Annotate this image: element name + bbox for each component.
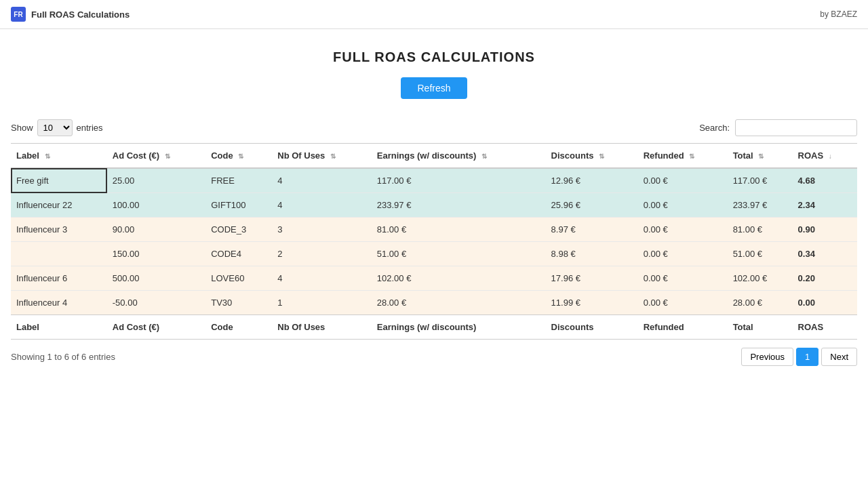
refunded-cell: 0.00 € xyxy=(638,193,728,218)
code-cell: LOVE60 xyxy=(205,266,272,291)
entries-select[interactable]: 10 25 50 100 xyxy=(37,119,73,136)
ad-cost-cell: 25.00 xyxy=(107,168,205,193)
sort-icon-label: ⇅ xyxy=(45,152,50,160)
ad-cost-cell: 90.00 xyxy=(107,218,205,242)
ad-cost-cell: 150.00 xyxy=(107,242,205,266)
label-cell: Influenceur 3 xyxy=(11,218,107,242)
roas-cell: 0.90 xyxy=(793,218,857,242)
discounts-cell: 8.98 € xyxy=(546,242,638,266)
page-1-button[interactable]: 1 xyxy=(796,348,818,366)
col-discounts[interactable]: Discounts ⇅ xyxy=(546,144,638,169)
sort-icon-roas: ↓ xyxy=(829,152,832,160)
footer-col-label: Label xyxy=(11,315,107,340)
total-cell: 28.00 € xyxy=(728,291,793,315)
roas-cell: 0.20 xyxy=(793,266,857,291)
discounts-cell: 11.99 € xyxy=(546,291,638,315)
search-label: Search: xyxy=(699,123,730,133)
refunded-cell: 0.00 € xyxy=(638,291,728,315)
table-header: Label ⇅ Ad Cost (€) ⇅ Code ⇅ Nb Of Uses … xyxy=(11,144,857,169)
next-button[interactable]: Next xyxy=(821,348,857,366)
table-controls: Show 10 25 50 100 entries Search: xyxy=(0,113,868,143)
col-refunded[interactable]: Refunded ⇅ xyxy=(638,144,728,169)
sort-icon-refunded: ⇅ xyxy=(689,152,694,160)
nb-uses-cell: 1 xyxy=(272,291,372,315)
table-wrap: Label ⇅ Ad Cost (€) ⇅ Code ⇅ Nb Of Uses … xyxy=(0,143,868,340)
label-cell: Influenceur 22 xyxy=(11,193,107,218)
pagination-bar: Showing 1 to 6 of 6 entries Previous 1 N… xyxy=(0,340,868,374)
discounts-cell: 25.96 € xyxy=(546,193,638,218)
earnings-cell: 233.97 € xyxy=(372,193,546,218)
sort-icon-code: ⇅ xyxy=(238,152,243,160)
refunded-cell: 0.00 € xyxy=(638,242,728,266)
earnings-cell: 117.00 € xyxy=(372,168,546,193)
table-row[interactable]: Influenceur 390.00CODE_3381.00 €8.97 €0.… xyxy=(11,218,857,242)
ad-cost-cell: 500.00 xyxy=(107,266,205,291)
sort-icon-discounts: ⇅ xyxy=(599,152,604,160)
roas-cell: 2.34 xyxy=(793,193,857,218)
logo-text: FR xyxy=(14,11,22,18)
nb-uses-cell: 4 xyxy=(272,193,372,218)
nb-uses-cell: 3 xyxy=(272,218,372,242)
showing-text: Showing 1 to 6 of 6 entries xyxy=(11,352,115,362)
table-row[interactable]: Influenceur 4-50.00TV30128.00 €11.99 €0.… xyxy=(11,291,857,315)
sort-icon-earnings: ⇅ xyxy=(481,152,487,160)
table-body: Free gift25.00FREE4117.00 €12.96 €0.00 €… xyxy=(11,168,857,315)
refunded-cell: 0.00 € xyxy=(638,168,728,193)
page-title: FULL ROAS CALCULATIONS xyxy=(11,49,857,65)
col-nb-uses[interactable]: Nb Of Uses ⇅ xyxy=(272,144,372,169)
roas-cell: 4.68 xyxy=(793,168,857,193)
nb-uses-cell: 4 xyxy=(272,266,372,291)
sort-icon-adcost: ⇅ xyxy=(165,152,170,160)
code-cell: GIFT100 xyxy=(205,193,272,218)
ad-cost-cell: 100.00 xyxy=(107,193,205,218)
earnings-cell: 28.00 € xyxy=(372,291,546,315)
table-row[interactable]: Influenceur 22100.00GIFT1004233.97 €25.9… xyxy=(11,193,857,218)
label-cell: Influenceur 6 xyxy=(11,266,107,291)
nb-uses-cell: 2 xyxy=(272,242,372,266)
show-label: Show xyxy=(11,123,33,133)
code-cell: TV30 xyxy=(205,291,272,315)
discounts-cell: 12.96 € xyxy=(546,168,638,193)
earnings-cell: 51.00 € xyxy=(372,242,546,266)
roas-cell: 0.00 xyxy=(793,291,857,315)
code-cell: FREE xyxy=(205,168,272,193)
col-ad-cost[interactable]: Ad Cost (€) ⇅ xyxy=(107,144,205,169)
col-roas[interactable]: ROAS ↓ xyxy=(793,144,857,169)
col-code[interactable]: Code ⇅ xyxy=(205,144,272,169)
total-cell: 233.97 € xyxy=(728,193,793,218)
roas-cell: 0.34 xyxy=(793,242,857,266)
table-row[interactable]: 150.00CODE4251.00 €8.98 €0.00 €51.00 €0.… xyxy=(11,242,857,266)
col-label[interactable]: Label ⇅ xyxy=(11,144,107,169)
label-cell: Free gift xyxy=(11,168,107,193)
app-title: Full ROAS Calculations xyxy=(31,9,130,20)
search-group: Search: xyxy=(699,119,857,136)
previous-button[interactable]: Previous xyxy=(741,348,793,366)
col-earnings[interactable]: Earnings (w/ discounts) ⇅ xyxy=(372,144,546,169)
refresh-button[interactable]: Refresh xyxy=(401,77,467,99)
col-total[interactable]: Total ⇅ xyxy=(728,144,793,169)
footer-col-discounts: Discounts xyxy=(546,315,638,340)
show-entries-group: Show 10 25 50 100 entries xyxy=(11,119,103,136)
byline: by BZAEZ xyxy=(820,9,857,19)
ad-cost-cell: -50.00 xyxy=(107,291,205,315)
app-logo: FR xyxy=(11,7,26,22)
sort-icon-total: ⇅ xyxy=(758,152,764,160)
footer-col-earnings: Earnings (w/ discounts) xyxy=(372,315,546,340)
label-cell: Influenceur 4 xyxy=(11,291,107,315)
table-row[interactable]: Free gift25.00FREE4117.00 €12.96 €0.00 €… xyxy=(11,168,857,193)
earnings-cell: 81.00 € xyxy=(372,218,546,242)
search-input[interactable] xyxy=(735,119,857,136)
nb-uses-cell: 4 xyxy=(272,168,372,193)
app-title-group: FR Full ROAS Calculations xyxy=(11,7,130,22)
table-row[interactable]: Influenceur 6500.00LOVE604102.00 €17.96 … xyxy=(11,266,857,291)
total-cell: 117.00 € xyxy=(728,168,793,193)
top-bar: FR Full ROAS Calculations by BZAEZ xyxy=(0,0,868,29)
header-section: FULL ROAS CALCULATIONS Refresh xyxy=(0,29,868,113)
label-cell xyxy=(11,242,107,266)
footer-col-total: Total xyxy=(728,315,793,340)
discounts-cell: 8.97 € xyxy=(546,218,638,242)
total-cell: 51.00 € xyxy=(728,242,793,266)
table-footer: Label Ad Cost (€) Code Nb Of Uses Earnin… xyxy=(11,315,857,340)
code-cell: CODE_3 xyxy=(205,218,272,242)
earnings-cell: 102.00 € xyxy=(372,266,546,291)
